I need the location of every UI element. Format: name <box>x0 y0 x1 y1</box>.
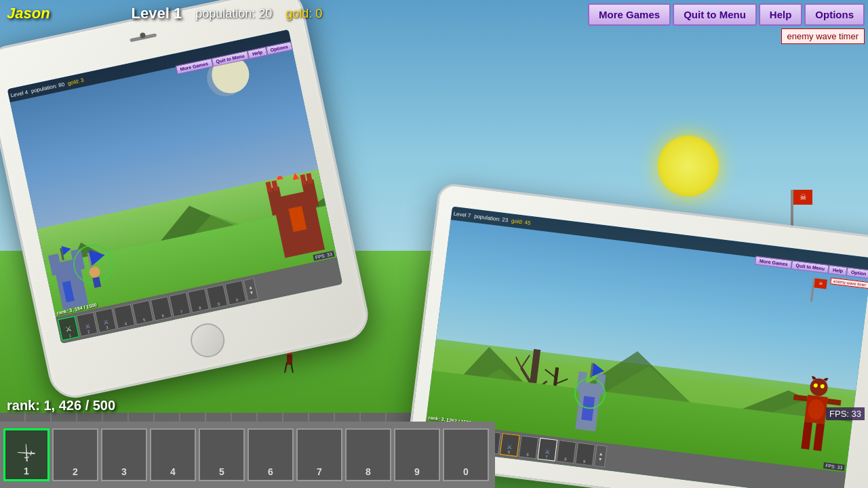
svg-line-58 <box>545 369 557 378</box>
flag: ☠ <box>791 190 793 230</box>
svg-rect-30 <box>266 182 273 192</box>
svg-point-45 <box>88 266 101 279</box>
right-slot-8[interactable]: 8 <box>556 440 576 464</box>
inventory-slot-0[interactable]: 0 <box>443 428 489 481</box>
svg-rect-74 <box>813 423 825 451</box>
right-slot-7[interactable]: ⚔ 7 <box>537 438 557 462</box>
phone-slot-3[interactable]: ⚔ 3 <box>95 308 117 333</box>
inventory-slot-3[interactable]: 3 <box>101 428 147 481</box>
slot-number-4: 4 <box>170 466 176 477</box>
slot-number-5: 5 <box>219 466 224 477</box>
skull-icon: ☠ <box>800 192 807 202</box>
right-slot-9[interactable]: 9 <box>575 443 595 466</box>
phone-slot-6[interactable]: 6 <box>151 296 172 321</box>
phone-left-game-content: Level 4 population: 80 gold: 3 More Game… <box>7 29 343 344</box>
inventory-slot-8[interactable]: 8 <box>345 428 391 481</box>
inventory-slot-5[interactable]: 5 <box>199 428 245 481</box>
top-right-buttons: More Games Quit to Menu Help Options <box>588 3 865 26</box>
svg-line-53 <box>515 357 523 368</box>
svg-rect-73 <box>801 422 812 449</box>
phone-level-label: Level 4 <box>10 89 28 98</box>
phone-slot-4[interactable]: 4 <box>113 304 135 329</box>
quit-to-menu-button[interactable]: Quit to Menu <box>673 3 757 26</box>
svg-rect-72 <box>827 399 842 405</box>
svg-rect-37 <box>48 253 62 275</box>
sun <box>658 136 719 197</box>
big-enemy-boss <box>779 373 850 468</box>
phone-gold-label: gold: 3 <box>67 77 84 86</box>
sword-icon: ⚔ <box>12 439 40 467</box>
inventory-slot-4[interactable]: 4 <box>150 428 196 481</box>
phone-slot-7[interactable]: 7 <box>169 292 191 317</box>
slot-number-3: 3 <box>121 466 127 477</box>
right-scroll-down-icon: ▼ <box>597 456 603 462</box>
slot-number-7: 7 <box>317 466 322 477</box>
right-slot-6[interactable]: 6 <box>519 435 539 459</box>
slot-number-8: 8 <box>366 466 371 477</box>
level-display: Level 1 <box>125 1 189 26</box>
right-level-label: Level 7 <box>453 210 471 218</box>
help-button[interactable]: Help <box>759 3 803 26</box>
gold-display: gold: 0 <box>279 3 329 24</box>
slot-number-6: 6 <box>268 466 273 477</box>
rank-display: rank: 1, 426 / 500 <box>7 398 115 413</box>
enemy-wave-timer: enemy wave timer <box>781 28 865 44</box>
svg-line-54 <box>521 354 530 369</box>
svg-rect-55 <box>530 349 540 384</box>
phone-slot-2[interactable]: ⚔ 2 <box>76 312 98 337</box>
more-games-button[interactable]: More Games <box>588 3 671 26</box>
slot-number-0: 0 <box>463 466 469 477</box>
phone-slot-1[interactable]: ⚔ 1 <box>58 316 79 341</box>
svg-rect-46 <box>92 277 101 288</box>
svg-line-18 <box>285 363 287 373</box>
phone-left-home-button[interactable] <box>188 320 228 360</box>
slot-number-2: 2 <box>73 466 78 477</box>
player-name: Jason <box>0 1 57 26</box>
phone-slot-5[interactable]: 5 <box>132 300 153 325</box>
phone-slot-9[interactable]: 9 <box>206 284 228 309</box>
slot-number-9: 9 <box>414 466 420 477</box>
svg-rect-71 <box>793 394 808 401</box>
inventory-slot-6[interactable]: 6 <box>248 428 294 481</box>
right-scroll-arrows[interactable]: ▲ ▼ <box>594 445 608 468</box>
inventory-slot-1[interactable]: ⚔ 1 <box>3 428 50 481</box>
inventory-slot-2[interactable]: 2 <box>52 428 98 481</box>
svg-rect-32 <box>300 174 307 185</box>
inventory-bar: ⚔ 1 2 3 4 5 6 7 8 9 0 <box>0 422 495 488</box>
phone-left-screen: Level 4 population: 80 gold: 3 More Game… <box>7 29 343 344</box>
right-pop-label: population: 23 <box>474 213 509 223</box>
population-display: population: 20 <box>189 3 279 24</box>
right-slot-5[interactable]: ⚔ 5 <box>500 433 520 457</box>
phone-slot-8[interactable]: 8 <box>188 288 210 313</box>
phone-slot-0[interactable]: 0 <box>224 281 246 306</box>
fps-counter: FPS: 33 <box>826 407 865 420</box>
inventory-slot-9[interactable]: 9 <box>394 428 440 481</box>
svg-marker-34 <box>292 172 300 180</box>
right-scroll-up-icon: ▲ <box>598 451 604 456</box>
flag-banner: ☠ <box>793 190 812 205</box>
inventory-slot-7[interactable]: 7 <box>296 428 342 481</box>
right-tower <box>561 360 617 433</box>
scroll-down-icon: ▼ <box>249 289 254 295</box>
options-button[interactable]: Options <box>804 3 865 26</box>
phone-sword-icon: ⚔ <box>64 324 73 334</box>
right-gold-label: gold: 45 <box>511 218 531 226</box>
